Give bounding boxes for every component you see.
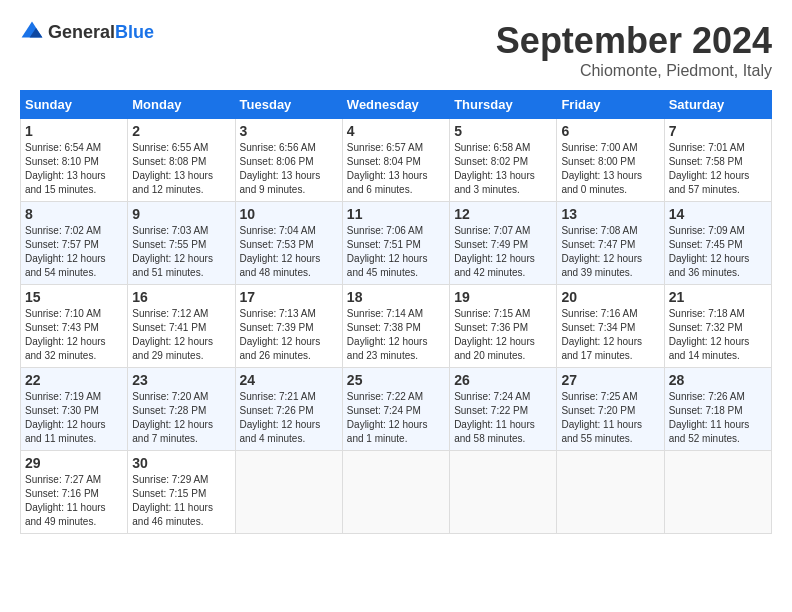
day-number: 22 <box>25 372 123 388</box>
day-info: Sunrise: 7:08 AM Sunset: 7:47 PM Dayligh… <box>561 224 659 280</box>
title-area: September 2024 Chiomonte, Piedmont, Ital… <box>496 20 772 80</box>
day-info: Sunrise: 7:16 AM Sunset: 7:34 PM Dayligh… <box>561 307 659 363</box>
logo-blue: Blue <box>115 22 154 42</box>
calendar-day-cell: 30Sunrise: 7:29 AM Sunset: 7:15 PM Dayli… <box>128 451 235 534</box>
day-info: Sunrise: 7:12 AM Sunset: 7:41 PM Dayligh… <box>132 307 230 363</box>
calendar-day-cell: 5Sunrise: 6:58 AM Sunset: 8:02 PM Daylig… <box>450 119 557 202</box>
day-info: Sunrise: 7:10 AM Sunset: 7:43 PM Dayligh… <box>25 307 123 363</box>
day-info: Sunrise: 7:06 AM Sunset: 7:51 PM Dayligh… <box>347 224 445 280</box>
calendar-day-cell: 1Sunrise: 6:54 AM Sunset: 8:10 PM Daylig… <box>21 119 128 202</box>
day-number: 17 <box>240 289 338 305</box>
calendar-day-cell: 16Sunrise: 7:12 AM Sunset: 7:41 PM Dayli… <box>128 285 235 368</box>
logo-general: General <box>48 22 115 42</box>
day-info: Sunrise: 7:02 AM Sunset: 7:57 PM Dayligh… <box>25 224 123 280</box>
calendar-header-row: SundayMondayTuesdayWednesdayThursdayFrid… <box>21 91 772 119</box>
calendar-day-cell: 3Sunrise: 6:56 AM Sunset: 8:06 PM Daylig… <box>235 119 342 202</box>
day-info: Sunrise: 7:00 AM Sunset: 8:00 PM Dayligh… <box>561 141 659 197</box>
month-title: September 2024 <box>496 20 772 62</box>
day-info: Sunrise: 7:29 AM Sunset: 7:15 PM Dayligh… <box>132 473 230 529</box>
logo-icon <box>20 20 44 44</box>
column-header-sunday: Sunday <box>21 91 128 119</box>
calendar-day-cell: 10Sunrise: 7:04 AM Sunset: 7:53 PM Dayli… <box>235 202 342 285</box>
day-number: 26 <box>454 372 552 388</box>
day-info: Sunrise: 7:26 AM Sunset: 7:18 PM Dayligh… <box>669 390 767 446</box>
day-number: 28 <box>669 372 767 388</box>
calendar-day-cell: 23Sunrise: 7:20 AM Sunset: 7:28 PM Dayli… <box>128 368 235 451</box>
column-header-thursday: Thursday <box>450 91 557 119</box>
day-number: 25 <box>347 372 445 388</box>
day-number: 6 <box>561 123 659 139</box>
calendar-week-row: 22Sunrise: 7:19 AM Sunset: 7:30 PM Dayli… <box>21 368 772 451</box>
calendar-day-cell: 13Sunrise: 7:08 AM Sunset: 7:47 PM Dayli… <box>557 202 664 285</box>
calendar-day-cell: 22Sunrise: 7:19 AM Sunset: 7:30 PM Dayli… <box>21 368 128 451</box>
calendar-day-cell: 9Sunrise: 7:03 AM Sunset: 7:55 PM Daylig… <box>128 202 235 285</box>
calendar-week-row: 29Sunrise: 7:27 AM Sunset: 7:16 PM Dayli… <box>21 451 772 534</box>
day-number: 1 <box>25 123 123 139</box>
calendar-day-cell: 26Sunrise: 7:24 AM Sunset: 7:22 PM Dayli… <box>450 368 557 451</box>
day-info: Sunrise: 6:58 AM Sunset: 8:02 PM Dayligh… <box>454 141 552 197</box>
day-number: 12 <box>454 206 552 222</box>
day-info: Sunrise: 6:54 AM Sunset: 8:10 PM Dayligh… <box>25 141 123 197</box>
calendar-day-cell: 15Sunrise: 7:10 AM Sunset: 7:43 PM Dayli… <box>21 285 128 368</box>
calendar-day-cell: 24Sunrise: 7:21 AM Sunset: 7:26 PM Dayli… <box>235 368 342 451</box>
day-number: 27 <box>561 372 659 388</box>
calendar-day-cell: 12Sunrise: 7:07 AM Sunset: 7:49 PM Dayli… <box>450 202 557 285</box>
calendar-week-row: 1Sunrise: 6:54 AM Sunset: 8:10 PM Daylig… <box>21 119 772 202</box>
calendar-day-cell <box>557 451 664 534</box>
day-number: 30 <box>132 455 230 471</box>
calendar-day-cell <box>664 451 771 534</box>
calendar-day-cell: 28Sunrise: 7:26 AM Sunset: 7:18 PM Dayli… <box>664 368 771 451</box>
calendar-table: SundayMondayTuesdayWednesdayThursdayFrid… <box>20 90 772 534</box>
calendar-day-cell: 4Sunrise: 6:57 AM Sunset: 8:04 PM Daylig… <box>342 119 449 202</box>
calendar-day-cell: 19Sunrise: 7:15 AM Sunset: 7:36 PM Dayli… <box>450 285 557 368</box>
calendar-day-cell: 25Sunrise: 7:22 AM Sunset: 7:24 PM Dayli… <box>342 368 449 451</box>
day-number: 2 <box>132 123 230 139</box>
calendar-day-cell: 17Sunrise: 7:13 AM Sunset: 7:39 PM Dayli… <box>235 285 342 368</box>
day-info: Sunrise: 7:03 AM Sunset: 7:55 PM Dayligh… <box>132 224 230 280</box>
header: GeneralBlue September 2024 Chiomonte, Pi… <box>20 20 772 80</box>
day-info: Sunrise: 7:01 AM Sunset: 7:58 PM Dayligh… <box>669 141 767 197</box>
column-header-saturday: Saturday <box>664 91 771 119</box>
column-header-friday: Friday <box>557 91 664 119</box>
calendar-day-cell <box>235 451 342 534</box>
calendar-day-cell: 2Sunrise: 6:55 AM Sunset: 8:08 PM Daylig… <box>128 119 235 202</box>
calendar-day-cell: 29Sunrise: 7:27 AM Sunset: 7:16 PM Dayli… <box>21 451 128 534</box>
location-title: Chiomonte, Piedmont, Italy <box>496 62 772 80</box>
column-header-wednesday: Wednesday <box>342 91 449 119</box>
day-info: Sunrise: 6:57 AM Sunset: 8:04 PM Dayligh… <box>347 141 445 197</box>
day-number: 8 <box>25 206 123 222</box>
day-number: 24 <box>240 372 338 388</box>
day-info: Sunrise: 7:18 AM Sunset: 7:32 PM Dayligh… <box>669 307 767 363</box>
calendar-day-cell: 18Sunrise: 7:14 AM Sunset: 7:38 PM Dayli… <box>342 285 449 368</box>
day-number: 11 <box>347 206 445 222</box>
day-number: 4 <box>347 123 445 139</box>
day-number: 19 <box>454 289 552 305</box>
calendar-day-cell <box>342 451 449 534</box>
day-info: Sunrise: 7:27 AM Sunset: 7:16 PM Dayligh… <box>25 473 123 529</box>
day-number: 21 <box>669 289 767 305</box>
day-number: 18 <box>347 289 445 305</box>
calendar-day-cell <box>450 451 557 534</box>
calendar-day-cell: 21Sunrise: 7:18 AM Sunset: 7:32 PM Dayli… <box>664 285 771 368</box>
day-info: Sunrise: 7:25 AM Sunset: 7:20 PM Dayligh… <box>561 390 659 446</box>
calendar-week-row: 15Sunrise: 7:10 AM Sunset: 7:43 PM Dayli… <box>21 285 772 368</box>
day-number: 29 <box>25 455 123 471</box>
calendar-day-cell: 14Sunrise: 7:09 AM Sunset: 7:45 PM Dayli… <box>664 202 771 285</box>
day-info: Sunrise: 7:22 AM Sunset: 7:24 PM Dayligh… <box>347 390 445 446</box>
day-number: 10 <box>240 206 338 222</box>
calendar-day-cell: 7Sunrise: 7:01 AM Sunset: 7:58 PM Daylig… <box>664 119 771 202</box>
day-number: 7 <box>669 123 767 139</box>
calendar-day-cell: 11Sunrise: 7:06 AM Sunset: 7:51 PM Dayli… <box>342 202 449 285</box>
day-number: 9 <box>132 206 230 222</box>
column-header-tuesday: Tuesday <box>235 91 342 119</box>
day-info: Sunrise: 7:07 AM Sunset: 7:49 PM Dayligh… <box>454 224 552 280</box>
day-info: Sunrise: 7:20 AM Sunset: 7:28 PM Dayligh… <box>132 390 230 446</box>
day-info: Sunrise: 6:56 AM Sunset: 8:06 PM Dayligh… <box>240 141 338 197</box>
day-info: Sunrise: 7:21 AM Sunset: 7:26 PM Dayligh… <box>240 390 338 446</box>
column-header-monday: Monday <box>128 91 235 119</box>
day-number: 16 <box>132 289 230 305</box>
day-info: Sunrise: 7:14 AM Sunset: 7:38 PM Dayligh… <box>347 307 445 363</box>
calendar-day-cell: 20Sunrise: 7:16 AM Sunset: 7:34 PM Dayli… <box>557 285 664 368</box>
day-number: 23 <box>132 372 230 388</box>
logo: GeneralBlue <box>20 20 154 44</box>
